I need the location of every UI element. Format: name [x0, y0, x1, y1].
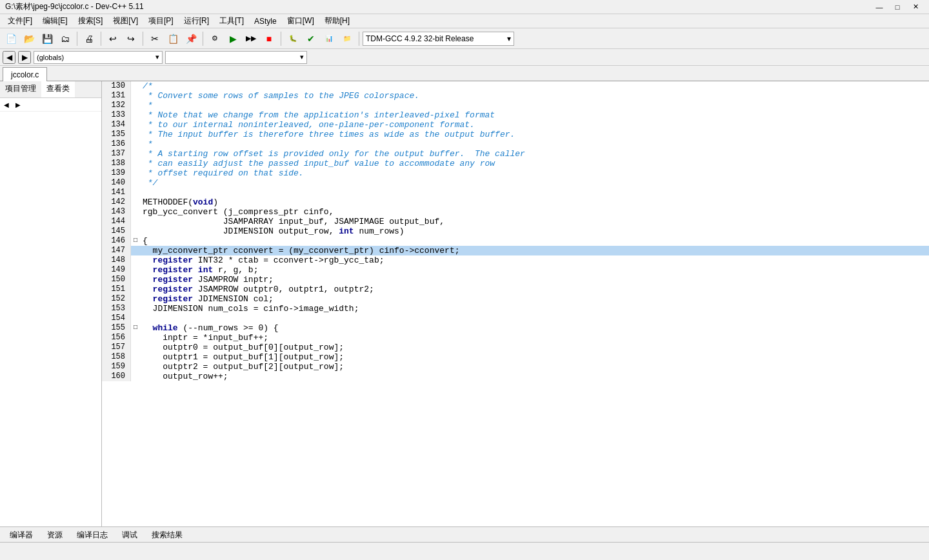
- code-cell[interactable]: /*: [140, 81, 929, 91]
- open-file-button[interactable]: 📂: [21, 30, 37, 47]
- menu-item-t[interactable]: 工具[T]: [214, 14, 249, 28]
- fold-icon: [131, 265, 140, 275]
- code-cell[interactable]: outptr1 = output_buf[1][output_row];: [140, 352, 929, 362]
- menu-item-astyle[interactable]: AStyle: [249, 15, 282, 27]
- code-cell[interactable]: */: [140, 178, 929, 188]
- print-button[interactable]: 🖨: [81, 30, 97, 47]
- code-cell[interactable]: JDIMENSION num_cols = cinfo->image_width…: [140, 304, 929, 314]
- copy-button[interactable]: 📋: [165, 30, 181, 47]
- line-number: 158: [102, 352, 131, 362]
- run-button[interactable]: ▶: [225, 30, 241, 47]
- fold-icon: [131, 343, 140, 352]
- code-cell[interactable]: * A starting row offset is provided only…: [140, 149, 929, 159]
- toolbar-separator-2: [101, 32, 101, 46]
- left-nav-back[interactable]: ◀: [1, 99, 12, 110]
- profile-button[interactable]: 📊: [321, 30, 337, 47]
- maximize-button[interactable]: □: [889, 1, 906, 13]
- code-cell[interactable]: * can easily adjust the passed input_buf…: [140, 159, 929, 168]
- line-number: 148: [102, 255, 131, 265]
- left-tab-class[interactable]: 查看类: [41, 81, 75, 97]
- undo-button[interactable]: ↩: [105, 30, 121, 47]
- keyword-token: void: [193, 197, 213, 207]
- code-cell[interactable]: register JSAMPROW outptr0, outptr1, outp…: [140, 285, 929, 294]
- compile-button[interactable]: ⚙: [206, 30, 223, 47]
- code-cell[interactable]: register JSAMPROW inptr;: [140, 275, 929, 285]
- code-cell[interactable]: register int r, g, b;: [140, 265, 929, 275]
- code-cell[interactable]: [140, 188, 929, 197]
- bottom-tab-编译器[interactable]: 编译器: [3, 528, 40, 542]
- line-number: 149: [102, 265, 131, 275]
- menu-item-s[interactable]: 搜索[S]: [73, 14, 108, 28]
- code-cell[interactable]: my_cconvert_ptr cconvert = (my_cconvert_…: [140, 246, 929, 255]
- code-cell[interactable]: JSAMPARRAY input_buf, JSAMPIMAGE output_…: [140, 217, 929, 226]
- code-cell[interactable]: METHODDEF(void): [140, 197, 929, 207]
- code-cell[interactable]: [140, 314, 929, 323]
- keyword-token: register: [153, 275, 193, 285]
- code-cell[interactable]: inptr = *input_buf++;: [140, 333, 929, 343]
- comment-token: */: [143, 178, 157, 188]
- nav-back-button[interactable]: ◀: [3, 51, 15, 64]
- code-cell[interactable]: * Convert some rows of samples to the JP…: [140, 91, 929, 101]
- line-number: 159: [102, 362, 131, 372]
- code-cell[interactable]: * The input buffer is therefore three ti…: [140, 130, 929, 139]
- line-number: 155: [102, 323, 131, 333]
- code-cell[interactable]: register INT32 * ctab = cconvert->rgb_yc…: [140, 255, 929, 265]
- fold-icon[interactable]: □: [131, 323, 140, 333]
- code-cell[interactable]: {: [140, 236, 929, 246]
- left-nav-fwd[interactable]: ▶: [13, 99, 23, 110]
- fold-icon: [131, 294, 140, 304]
- paste-button[interactable]: 📌: [183, 30, 199, 47]
- scope-dropdown[interactable]: (globals) ▾: [34, 51, 163, 64]
- compiler-dropdown[interactable]: TDM-GCC 4.9.2 32-bit Release ▾: [363, 32, 514, 46]
- menu-item-e[interactable]: 编辑[E]: [37, 14, 73, 28]
- fold-icon: [131, 226, 140, 236]
- code-cell[interactable]: * to our internal noninterleaved, one-pl…: [140, 120, 929, 130]
- debug-button[interactable]: 🐛: [285, 30, 301, 47]
- code-cell[interactable]: *: [140, 101, 929, 110]
- menu-item-w[interactable]: 窗口[W]: [282, 14, 319, 28]
- symbol-dropdown[interactable]: ▾: [165, 51, 307, 64]
- nav-forward-button[interactable]: ▶: [18, 51, 31, 64]
- menu-item-h[interactable]: 帮助[H]: [319, 14, 355, 28]
- code-cell[interactable]: JDIMENSION output_row, int num_rows): [140, 226, 929, 236]
- bottom-tab-资源[interactable]: 资源: [40, 528, 70, 542]
- code-cell[interactable]: outptr0 = output_buf[0][output_row];: [140, 343, 929, 352]
- menu-item-p[interactable]: 项目[P]: [143, 14, 179, 28]
- redo-button[interactable]: ↪: [123, 30, 139, 47]
- table-row: 142METHODDEF(void): [102, 197, 929, 207]
- new-file-button[interactable]: 📄: [3, 30, 19, 47]
- bottom-tabs: 编译器资源编译日志调试搜索结果: [0, 527, 929, 543]
- code-token: JDIMENSION num_cols = cinfo->image_width…: [143, 304, 359, 314]
- code-token: inptr = *input_buf++;: [143, 333, 268, 343]
- code-cell[interactable]: register JDIMENSION col;: [140, 294, 929, 304]
- code-editor[interactable]: 130/*131 * Convert some rows of samples …: [102, 81, 929, 526]
- cut-button[interactable]: ✂: [146, 30, 163, 47]
- compile-run-button[interactable]: ▶▶: [243, 30, 259, 47]
- code-cell[interactable]: * offset required on that side.: [140, 168, 929, 178]
- code-cell[interactable]: outptr2 = output_buf[2][output_row];: [140, 362, 929, 372]
- save-file-button[interactable]: 💾: [39, 30, 55, 47]
- close-button[interactable]: ✕: [907, 1, 924, 13]
- code-cell[interactable]: * Note that we change from the applicati…: [140, 110, 929, 120]
- code-cell[interactable]: *: [140, 139, 929, 149]
- fold-icon[interactable]: □: [131, 236, 140, 246]
- code-cell[interactable]: while (--num_rows >= 0) {: [140, 323, 929, 333]
- minimize-button[interactable]: —: [871, 1, 888, 13]
- left-tab-project[interactable]: 项目管理: [0, 81, 41, 97]
- menu-item-v[interactable]: 视图[V]: [108, 14, 143, 28]
- fold-icon: [131, 81, 140, 91]
- bottom-tab-调试[interactable]: 调试: [115, 528, 145, 542]
- comment-token: /*: [143, 81, 153, 91]
- code-cell[interactable]: rgb_ycc_convert (j_compress_ptr cinfo,: [140, 207, 929, 217]
- tab-jccolor[interactable]: jccolor.c: [3, 67, 47, 81]
- menu-item-r[interactable]: 运行[R]: [179, 14, 214, 28]
- bottom-tab-编译日志[interactable]: 编译日志: [70, 528, 115, 542]
- line-number: 151: [102, 285, 131, 294]
- code-cell[interactable]: output_row++;: [140, 372, 929, 381]
- menu-item-f[interactable]: 文件[F]: [3, 14, 37, 28]
- stop-button[interactable]: ■: [261, 30, 277, 47]
- project-button[interactable]: 📁: [339, 30, 355, 47]
- save-all-button[interactable]: 🗂: [57, 30, 74, 47]
- bottom-tab-搜索结果[interactable]: 搜索结果: [145, 528, 190, 542]
- check-button[interactable]: ✔: [303, 30, 319, 47]
